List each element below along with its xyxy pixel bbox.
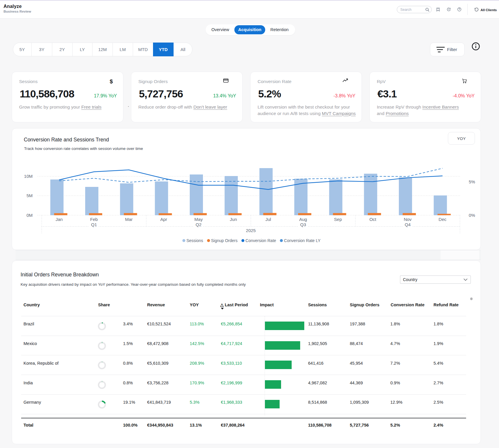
svg-text:Feb: Feb: [90, 217, 98, 222]
svg-text:May: May: [194, 217, 203, 222]
svg-text:Q2: Q2: [196, 222, 201, 227]
svg-text:Q4: Q4: [405, 222, 411, 227]
svg-text:5%: 5%: [469, 179, 475, 184]
svg-text:Jul: Jul: [266, 217, 271, 222]
svg-text:Aug: Aug: [299, 217, 307, 222]
svg-text:Q3: Q3: [300, 222, 306, 227]
svg-text:Q1: Q1: [91, 222, 97, 227]
svg-text:5M: 5M: [26, 193, 33, 198]
svg-text:Oct: Oct: [369, 217, 377, 222]
svg-text:Nov: Nov: [404, 217, 412, 222]
svg-text:Sep: Sep: [334, 217, 342, 222]
svg-text:Dec: Dec: [438, 217, 446, 222]
svg-text:Jan: Jan: [56, 217, 63, 222]
svg-text:0%: 0%: [469, 213, 475, 218]
svg-text:0M: 0M: [26, 213, 33, 218]
svg-text:Apr: Apr: [160, 217, 167, 222]
svg-text:Mar: Mar: [125, 217, 133, 222]
svg-text:2025: 2025: [246, 228, 256, 233]
svg-text:Jun: Jun: [230, 217, 237, 222]
svg-text:10M: 10M: [24, 174, 33, 179]
